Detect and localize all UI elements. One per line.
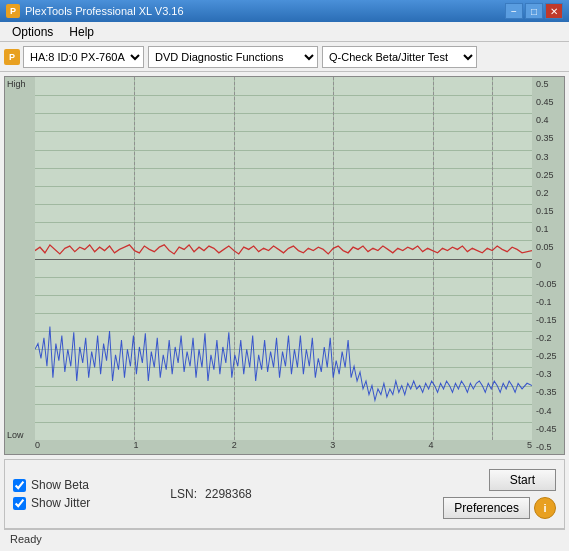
close-button[interactable]: ✕ [545,3,563,19]
beta-line [35,245,532,254]
bottom-area: Show Beta Show Jitter LSN: 2298368 Start [4,459,565,547]
bottom-right: Start Preferences i [443,469,556,519]
title-bar-left: P PlexTools Professional XL V3.16 [6,4,184,18]
preferences-button[interactable]: Preferences [443,497,530,519]
menu-bar: Options Help [0,22,569,42]
menu-options[interactable]: Options [4,23,61,41]
show-jitter-label[interactable]: Show Jitter [31,496,90,510]
toolbar-device: P HA:8 ID:0 PX-760A [4,46,144,68]
show-beta-label[interactable]: Show Beta [31,478,89,492]
function-select[interactable]: DVD Diagnostic Functions [148,46,318,68]
lsn-label: LSN: [170,487,197,501]
title-bar: P PlexTools Professional XL V3.16 − □ ✕ [0,0,569,22]
show-beta-checkbox[interactable] [13,479,26,492]
bottom-panel: Show Beta Show Jitter LSN: 2298368 Start [4,459,565,529]
start-button[interactable]: Start [489,469,556,491]
chart-low-label: Low [7,430,24,440]
device-select[interactable]: HA:8 ID:0 PX-760A [23,46,144,68]
device-icon: P [4,49,20,65]
info-button[interactable]: i [534,497,556,519]
toolbar: P HA:8 ID:0 PX-760A DVD Diagnostic Funct… [0,42,569,72]
minimize-button[interactable]: − [505,3,523,19]
chart-y-right: 0.5 0.45 0.4 0.35 0.3 0.25 0.2 0.15 0.1 … [532,77,564,454]
chart-svg [35,77,532,440]
chart-plot-area [35,77,532,440]
status-bar: Ready [4,529,565,547]
show-jitter-checkbox[interactable] [13,497,26,510]
lsn-row: LSN: 2298368 [170,487,251,501]
window-title: PlexTools Professional XL V3.16 [25,5,184,17]
pref-info-row: Preferences i [443,497,556,519]
main-content: High Low 0.5 0.45 0.4 0.35 0.3 0.25 0.2 … [0,72,569,551]
maximize-button[interactable]: □ [525,3,543,19]
show-beta-row: Show Beta [13,478,90,492]
bottom-left: Show Beta Show Jitter LSN: 2298368 [13,478,252,510]
menu-help[interactable]: Help [61,23,102,41]
chart-x-labels: 0 1 2 3 4 5 [35,440,532,454]
show-jitter-row: Show Jitter [13,496,90,510]
title-bar-controls: − □ ✕ [505,3,563,19]
lsn-value: 2298368 [205,487,252,501]
test-select[interactable]: Q-Check Beta/Jitter Test [322,46,477,68]
chart-high-label: High [7,79,26,89]
app-icon: P [6,4,20,18]
chart-container: High Low 0.5 0.45 0.4 0.35 0.3 0.25 0.2 … [4,76,565,455]
jitter-line [35,327,532,401]
status-text: Ready [10,533,42,545]
